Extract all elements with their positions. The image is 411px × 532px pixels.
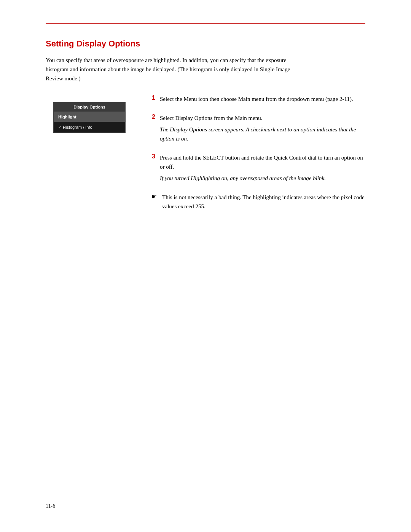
step-3-number: 3 — [148, 153, 155, 160]
step-2-content: Select Display Options from the Main men… — [160, 113, 365, 145]
step-1-number: 1 — [148, 94, 155, 101]
screen-item-highlight: Highlight — [54, 112, 125, 122]
top-rule-inner — [158, 25, 365, 25]
content-area: Display Options Highlight Histogram / In… — [46, 94, 365, 211]
intro-paragraph: You can specify that areas of overexposu… — [46, 56, 304, 83]
step-2-main-text: Select Display Options from the Main men… — [160, 113, 365, 123]
section-title: Setting Display Options — [46, 39, 365, 49]
screen-item-histogram: Histogram / Info — [54, 122, 125, 133]
step-3-content: Press and hold the SELECT button and rot… — [160, 153, 365, 185]
step-1-content: Select the Menu icon then choose Main me… — [160, 94, 365, 106]
page-number: 11-6 — [46, 503, 55, 509]
page-container: Setting Display Options You can specify … — [0, 0, 411, 532]
screen-title: Display Options — [54, 102, 125, 112]
note-text: This is not necessarily a bad thing. The… — [162, 193, 365, 211]
note-icon: ☛ — [151, 193, 158, 200]
step-1-text: Select the Menu icon then choose Main me… — [160, 94, 365, 104]
display-options-screen: Display Options Highlight Histogram / In… — [53, 102, 126, 133]
step-3: 3 Press and hold the SELECT button and r… — [148, 153, 365, 185]
note-item: ☛ This is not necessarily a bad thing. T… — [148, 193, 365, 211]
step-2-number: 2 — [148, 113, 155, 120]
steps-list: 1 Select the Menu icon then choose Main … — [148, 94, 365, 185]
top-rule-area — [46, 23, 365, 25]
step-3-main-text: Press and hold the SELECT button and rot… — [160, 153, 365, 171]
left-panel: Display Options Highlight Histogram / In… — [46, 94, 133, 133]
step-3-italic-text: If you turned Highlighting on, any overe… — [160, 174, 365, 183]
top-rule-outer — [46, 23, 365, 24]
page-footer: 11-6 — [46, 503, 55, 509]
step-2: 2 Select Display Options from the Main m… — [148, 113, 365, 145]
step-1: 1 Select the Menu icon then choose Main … — [148, 94, 365, 106]
right-panel: 1 Select the Menu icon then choose Main … — [148, 94, 365, 211]
step-2-italic-text: The Display Options screen appears. A ch… — [160, 125, 365, 143]
